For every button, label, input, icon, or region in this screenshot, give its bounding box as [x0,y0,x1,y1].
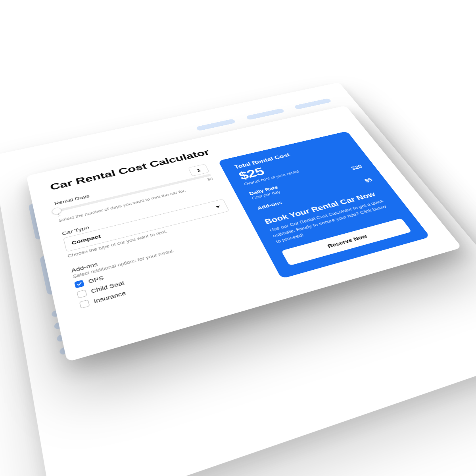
checkbox-icon [79,299,90,309]
daily-rate-value: $20 [350,164,363,171]
addons-row-value: $5 [364,177,374,184]
addons-row-label: Add-ons [256,200,283,211]
addon-label: GPS [88,274,104,284]
checkbox-icon [77,290,87,298]
car-type-value: Compact [71,234,102,246]
checkbox-icon [74,280,84,288]
slider-max: 30 [206,177,213,182]
chevron-down-icon [215,205,220,208]
